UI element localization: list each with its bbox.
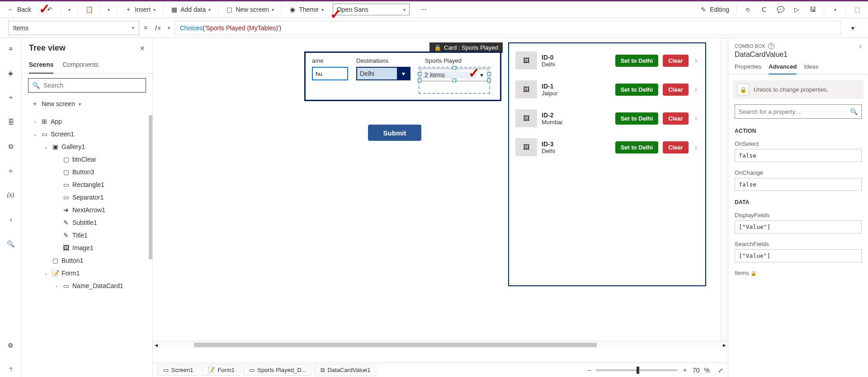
canvas-area[interactable]: 🔒 Card : Sports Played ame Destinations …	[153, 38, 728, 363]
tree-node-rectangle1[interactable]: ▭Rectangle1	[22, 178, 152, 191]
tree-search-input[interactable]	[43, 82, 142, 89]
publish-button[interactable]: ⬚	[850, 2, 864, 17]
zoom-slider[interactable]	[596, 369, 677, 371]
tree-node-title1[interactable]: ✎Title1	[22, 229, 152, 242]
more-button[interactable]: ⋯	[417, 4, 430, 15]
searchfields-value[interactable]: ["Value"]	[735, 249, 862, 262]
scrollbar[interactable]	[149, 115, 152, 259]
paste-button[interactable]: 📋	[82, 4, 96, 15]
virtual-agent-button[interactable]: ⍡	[4, 363, 18, 377]
back-button[interactable]: ← Back	[4, 4, 35, 15]
destinations-select[interactable]: Delhi ▾	[356, 67, 410, 80]
tab-properties[interactable]: Properties	[735, 63, 761, 74]
paste-menu[interactable]: ▾	[104, 5, 113, 14]
vertical-scrollbar[interactable]	[721, 38, 728, 341]
displayfields-value[interactable]: ["Value"]	[735, 220, 862, 233]
gallery-row[interactable]: 🖼 ID-1Jaipur Set to Delhi Clear ›	[512, 75, 703, 104]
zoom-thumb[interactable]	[637, 367, 639, 374]
horizontal-scrollbar[interactable]: ◂ ▸	[153, 341, 728, 348]
info-icon[interactable]: ?	[768, 43, 774, 49]
save-menu[interactable]: ▾	[828, 2, 842, 17]
close-panel-button[interactable]: ✕	[140, 45, 145, 52]
zoom-in-button[interactable]: ＋	[682, 366, 688, 374]
settings-button[interactable]: ⚙	[4, 338, 18, 353]
gallery-row[interactable]: 🖼 ID-2Mumbai Set to Delhi Clear ›	[512, 104, 703, 133]
tree-node-separator1[interactable]: ▭Separator1	[22, 191, 152, 204]
share-button[interactable]: ⎋	[741, 2, 755, 17]
tree-node-button3[interactable]: ▢Button3	[22, 166, 152, 178]
breadcrumb-datacardvalue1[interactable]: ⧉DataCardValue1	[315, 364, 376, 376]
scroll-thumb[interactable]	[194, 343, 596, 347]
tab-advanced[interactable]: Advanced	[769, 63, 797, 74]
flows-pane-button[interactable]: ⟡	[4, 163, 18, 178]
gallery-row[interactable]: 🖼 ID-3Delhi Set to Delhi Clear ›	[512, 133, 703, 162]
preview-button[interactable]: ▷	[789, 2, 804, 17]
tree-node-nextarrow1[interactable]: ➜NextArrow1	[22, 204, 152, 216]
scroll-right-icon[interactable]: ▸	[721, 341, 728, 349]
set-to-delhi-button[interactable]: Set to Delhi	[615, 112, 659, 125]
breadcrumb-screen1[interactable]: ▭Screen1	[157, 364, 199, 376]
save-button[interactable]: 🖫	[806, 2, 820, 17]
undo-button[interactable]: ↶	[42, 4, 57, 15]
tree-node-button1[interactable]: ▢Button1	[22, 254, 152, 267]
chevron-right-icon[interactable]: ›	[693, 114, 699, 122]
tree-search[interactable]: 🔍	[28, 78, 146, 93]
tools-button[interactable]: ⫞	[4, 212, 18, 227]
submit-button[interactable]: Submit	[368, 125, 421, 141]
theme-button[interactable]: ◉ Theme ▾	[285, 4, 327, 15]
tab-components[interactable]: Components	[62, 58, 98, 73]
tree-node-name-datacard1[interactable]: ›▭Name_DataCard1	[22, 279, 152, 292]
new-screen-button[interactable]: ＋ New screen ▾	[28, 97, 146, 111]
breadcrumb-form1[interactable]: 📝Form1	[202, 364, 241, 376]
chevron-down-icon[interactable]: ▾	[168, 25, 170, 30]
zoom-out-button[interactable]: −	[588, 367, 591, 374]
tree-node-screen1[interactable]: ⌄▭Screen1	[22, 128, 152, 140]
sports-played-combo-card[interactable]: 2 items ▾ ✓	[419, 67, 490, 94]
comments-button[interactable]: 💬	[773, 2, 788, 17]
scroll-left-icon[interactable]: ◂	[153, 341, 160, 349]
set-to-delhi-button[interactable]: Set to Delhi	[615, 55, 659, 67]
media-pane-button[interactable]: ⧉	[4, 139, 18, 154]
name-input[interactable]	[312, 67, 348, 80]
data-pane-button[interactable]: 🗄	[4, 115, 18, 129]
add-data-button[interactable]: ▦ Add data ▾	[167, 4, 214, 15]
gallery-row[interactable]: 🖼 ID-0Delhi Set to Delhi Clear ›	[512, 46, 703, 75]
unlock-bar[interactable]: 🔒 Unlock to change properties.	[733, 80, 863, 99]
undo-menu[interactable]: ▾	[65, 5, 74, 14]
editing-button[interactable]: ✎ Editing	[696, 4, 733, 15]
tree-node-image1[interactable]: 🖼Image1	[22, 242, 152, 254]
formula-expand[interactable]: ▾	[845, 21, 860, 35]
property-search[interactable]: 🔍	[735, 104, 862, 119]
tab-screens[interactable]: Screens	[29, 58, 53, 74]
chevron-right-icon[interactable]: ›	[693, 85, 699, 93]
font-select[interactable]: Open Sans ▾	[333, 4, 410, 15]
variables-button[interactable]: (x)	[4, 188, 18, 202]
set-to-delhi-button[interactable]: Set to Delhi	[615, 141, 659, 154]
gallery1[interactable]: 🖼 ID-0Delhi Set to Delhi Clear › 🖼 ID-1J…	[508, 42, 706, 286]
search-button[interactable]: 🔍	[4, 237, 18, 251]
form1[interactable]: ame Destinations Delhi ▾ Sports Played	[304, 51, 501, 101]
property-select[interactable]: Items ▾	[8, 21, 139, 35]
clear-button[interactable]: Clear	[663, 84, 689, 96]
checker-button[interactable]: ᑕ	[757, 2, 771, 17]
clear-button[interactable]: Clear	[663, 55, 689, 67]
formula-input[interactable]: Choices('Sports Played (MyTables)')	[175, 21, 841, 35]
clear-button[interactable]: Clear	[663, 112, 689, 125]
hamburger-button[interactable]: ≡	[4, 42, 18, 56]
breadcrumb-sports-played-dc[interactable]: ▭Sports Played_D...	[243, 364, 312, 376]
onchange-value[interactable]: false	[735, 178, 862, 191]
new-screen-button[interactable]: ▢ New screen ▾	[222, 4, 278, 15]
tree-node-app[interactable]: ›⊞App	[22, 115, 152, 128]
panel-expand-icon[interactable]: ›	[859, 42, 862, 50]
tree-node-btnclear[interactable]: ▢btnClear	[22, 153, 152, 166]
insert-pane-button[interactable]: ＋	[4, 90, 18, 105]
insert-button[interactable]: ＋ Insert ▾	[121, 4, 159, 15]
tree-node-gallery1[interactable]: ⌄▣Gallery1	[22, 140, 152, 153]
property-search-input[interactable]	[739, 108, 846, 115]
onselect-value[interactable]: false	[735, 149, 862, 162]
chevron-right-icon[interactable]: ›	[693, 143, 699, 151]
tree-node-subtitle1[interactable]: ✎Subtitle1	[22, 216, 152, 229]
tree-node-form1[interactable]: ⌄📝Form1	[22, 267, 152, 279]
tree-view-button[interactable]: ◈	[4, 66, 18, 80]
chevron-right-icon[interactable]: ›	[693, 56, 699, 65]
